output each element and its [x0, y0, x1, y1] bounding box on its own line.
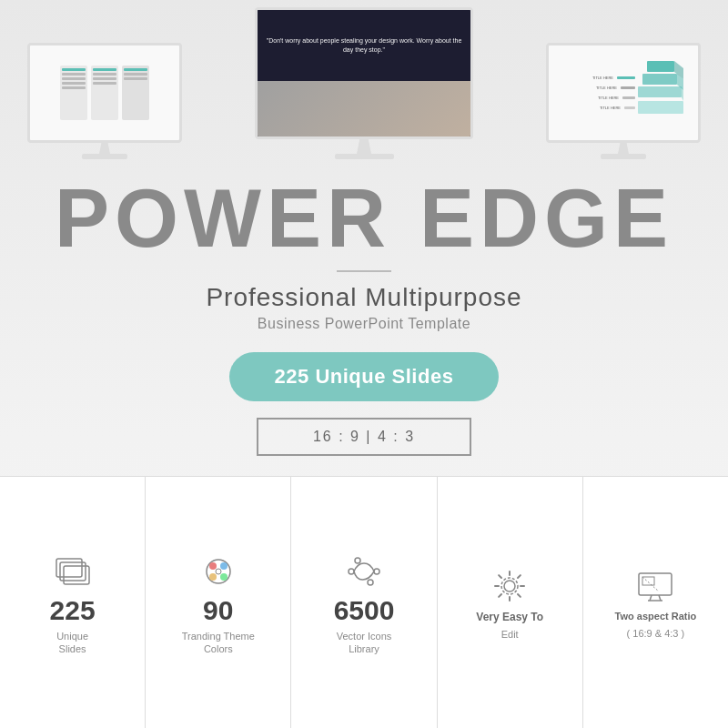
svg-point-19 — [368, 580, 373, 585]
stat-ratio-number: Two aspect Ratio — [615, 612, 697, 622]
stat-icons-label: Vector IconsLibrary — [337, 630, 392, 656]
svg-rect-0 — [647, 61, 674, 72]
stat-icons-number: 6500 — [334, 597, 395, 624]
svg-point-11 — [209, 562, 217, 570]
svg-rect-1 — [642, 74, 677, 85]
monitor-right: TITLE HERE TITLE HERE TITLE HERE TI — [546, 43, 701, 159]
svg-rect-3 — [638, 101, 683, 114]
svg-rect-2 — [638, 86, 682, 97]
stat-colors: 90 Tranding ThemeColors — [146, 477, 291, 728]
monitor-left — [27, 43, 182, 159]
stat-slides-label: UniqueSlides — [56, 630, 88, 656]
svg-line-24 — [659, 595, 661, 601]
stat-edit: Very Easy To Edit — [438, 477, 583, 728]
subtitle-main: Professional Multipurpose — [55, 283, 673, 312]
title-section: POWER EDGE Professional Multipurpose Bus… — [18, 159, 710, 332]
monitor-right-screen: TITLE HERE TITLE HERE TITLE HERE TI — [546, 43, 701, 143]
svg-rect-27 — [642, 577, 654, 585]
stat-ratio-label: ( 16:9 & 4:3 ) — [627, 627, 685, 640]
svg-point-12 — [220, 562, 228, 570]
svg-point-20 — [504, 581, 515, 592]
stat-icons: 6500 Vector IconsLibrary — [291, 477, 437, 728]
svg-point-13 — [209, 573, 217, 581]
svg-line-23 — [650, 595, 652, 601]
main-title: POWER EDGE — [55, 177, 673, 259]
page-wrapper: "Don't worry about people stealing your … — [0, 0, 728, 728]
center-quote-text: "Don't worry about people stealing your … — [265, 36, 463, 55]
svg-point-14 — [220, 573, 228, 581]
stat-ratio: Two aspect Ratio ( 16:9 & 4:3 ) — [583, 477, 728, 728]
pyramid-icon — [638, 61, 683, 125]
badge-section: 225 Unique Slides — [229, 352, 500, 401]
stat-edit-number: Very Easy To — [476, 612, 543, 622]
divider — [337, 270, 391, 272]
svg-point-17 — [374, 569, 379, 574]
gear-icon — [490, 566, 530, 606]
monitor-center: "Don't worry about people stealing your … — [255, 7, 473, 159]
monitors-section: "Don't worry about people stealing your … — [0, 0, 728, 159]
monitor-icon — [635, 566, 675, 606]
subtitle-sub: Business PowerPoint Template — [55, 316, 673, 332]
svg-point-18 — [355, 558, 360, 563]
stat-colors-label: Tranding ThemeColors — [182, 630, 255, 656]
svg-point-15 — [216, 569, 221, 574]
stat-slides-number: 225 — [50, 597, 96, 624]
monitor-left-screen — [27, 43, 182, 143]
ratio-section: 16 : 9 | 4 : 3 — [257, 418, 471, 456]
monitor-center-screen: "Don't worry about people stealing your … — [255, 7, 473, 139]
vector-icon — [344, 551, 384, 592]
palette-icon — [198, 551, 238, 592]
stat-slides: 225 UniqueSlides — [0, 477, 146, 728]
svg-line-26 — [642, 577, 659, 592]
svg-point-16 — [349, 569, 354, 574]
ratio-box: 16 : 9 | 4 : 3 — [257, 418, 471, 456]
stat-edit-label: Edit — [501, 628, 519, 641]
stat-colors-number: 90 — [203, 597, 233, 624]
stats-section: 225 UniqueSlides 90 Tranding ThemeColors — [0, 476, 728, 728]
unique-slides-badge: 225 Unique Slides — [229, 352, 500, 401]
slides-icon — [53, 551, 93, 592]
